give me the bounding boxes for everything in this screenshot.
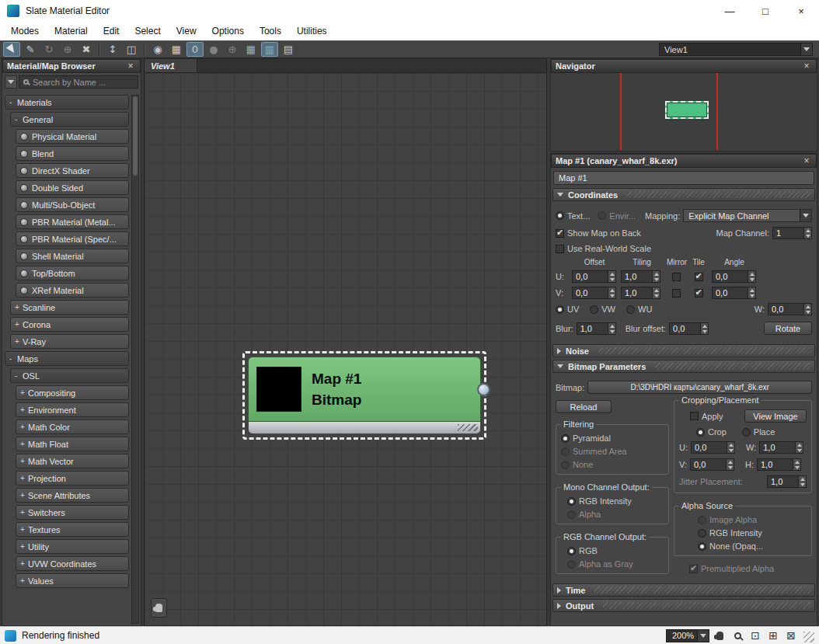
rgb-rgb-radio[interactable]: RGB bbox=[567, 546, 664, 555]
bitmap-path-button[interactable]: D:\3D\HDRI карты\canary_wharf_8k.exr bbox=[587, 381, 812, 394]
menu-item[interactable]: Options bbox=[204, 23, 252, 39]
crop-v-spinner[interactable]: 0,0 bbox=[690, 458, 734, 471]
mapping-dropdown[interactable]: Explicit Map Channel bbox=[683, 209, 812, 222]
alpha-image-alpha-radio[interactable]: Image Alpha bbox=[698, 515, 807, 524]
put-material-to-scene-button[interactable]: ↻ bbox=[40, 42, 58, 57]
use-real-world-checkbox[interactable]: Use Real-World Scale bbox=[556, 244, 651, 253]
expand-toggle-icon[interactable]: - bbox=[9, 98, 17, 106]
v-tile-checkbox[interactable] bbox=[695, 289, 703, 298]
material-id-channel-button[interactable]: 0 bbox=[186, 42, 204, 57]
spinner-arrows-icon[interactable] bbox=[803, 303, 812, 315]
browser-tree-item[interactable]: + UVW Coordinates bbox=[16, 556, 129, 571]
close-panel-icon[interactable]: × bbox=[801, 155, 812, 166]
menu-item[interactable]: Modes bbox=[3, 23, 47, 39]
spinner-arrows-icon[interactable] bbox=[726, 458, 734, 471]
hide-unused-slots-button[interactable]: ◫ bbox=[123, 42, 140, 57]
wu-radio[interactable]: WU bbox=[626, 305, 652, 314]
browser-tree-item[interactable]: + Scene Attributes bbox=[16, 488, 129, 503]
v-offset-spinner[interactable]: 0,0 bbox=[572, 287, 617, 299]
spinner-arrows-icon[interactable] bbox=[748, 270, 756, 283]
expand-toggle-icon[interactable]: - bbox=[15, 115, 23, 124]
browser-tree-item[interactable]: + Environment bbox=[16, 402, 129, 417]
zoom-tool-button[interactable] bbox=[730, 628, 745, 642]
apply-checkbox[interactable]: Apply bbox=[690, 412, 723, 421]
browser-tree-item[interactable]: + Values bbox=[16, 573, 129, 588]
mono-alpha-radio[interactable]: Alpha bbox=[567, 510, 664, 519]
browser-tree-item[interactable]: + Math Vector bbox=[16, 454, 129, 468]
browser-options-dropdown[interactable] bbox=[5, 75, 17, 89]
blur-spinner[interactable]: 1,0 bbox=[577, 322, 616, 335]
map-channel-spinner[interactable]: 1 bbox=[772, 227, 812, 239]
spinner-arrows-icon[interactable] bbox=[608, 270, 616, 283]
rollout-output[interactable]: Output bbox=[552, 599, 815, 612]
navigator-canvas[interactable] bbox=[552, 73, 816, 150]
maximize-button[interactable]: □ bbox=[748, 0, 783, 22]
spinner-arrows-icon[interactable] bbox=[803, 227, 812, 239]
zoom-extents-selected-button[interactable]: ⊠ bbox=[783, 628, 799, 642]
expand-toggle-icon[interactable]: + bbox=[20, 423, 28, 431]
node-canvas[interactable]: Map #1 Bitmap bbox=[144, 72, 547, 626]
browser-tree-item[interactable]: Top/Bottom bbox=[16, 266, 129, 280]
blur-offset-spinner[interactable]: 0,0 bbox=[669, 322, 709, 335]
crop-w-spinner[interactable]: 1,0 bbox=[759, 441, 803, 454]
browser-scrollbar-thumb[interactable] bbox=[133, 96, 138, 176]
v-mirror-checkbox[interactable] bbox=[672, 289, 681, 298]
assign-material-button[interactable]: ⊕ bbox=[59, 42, 76, 57]
browser-tree-item[interactable]: + Scanline bbox=[10, 300, 129, 315]
alpha-rgb-intensity-radio[interactable]: RGB Intensity bbox=[698, 528, 807, 538]
dropdown-arrow-icon[interactable] bbox=[800, 44, 812, 55]
spinner-arrows-icon[interactable] bbox=[652, 270, 660, 283]
dropdown-arrow-icon[interactable] bbox=[697, 630, 709, 642]
expand-toggle-icon[interactable]: + bbox=[20, 406, 28, 414]
close-button[interactable]: × bbox=[783, 0, 819, 22]
menu-item[interactable]: Edit bbox=[96, 23, 127, 39]
layout-selected-button[interactable]: ▤ bbox=[280, 42, 297, 57]
expand-toggle-icon[interactable]: - bbox=[15, 371, 23, 380]
v-tiling-spinner[interactable]: 1,0 bbox=[621, 287, 663, 299]
expand-toggle-icon[interactable]: + bbox=[20, 491, 28, 500]
map-name-field[interactable]: Map #1 bbox=[553, 171, 814, 185]
browser-tree-item[interactable]: + Math Float bbox=[16, 437, 129, 451]
expand-toggle-icon[interactable]: + bbox=[15, 320, 23, 329]
u-tiling-spinner[interactable]: 1,0 bbox=[621, 270, 663, 283]
search-input[interactable]: Search by Name ... bbox=[19, 75, 138, 89]
pan-tool-button[interactable] bbox=[712, 628, 727, 642]
close-panel-icon[interactable]: × bbox=[801, 61, 812, 71]
browser-scrollbar[interactable] bbox=[131, 95, 139, 624]
browser-tree-item[interactable]: Multi/Sub-Object bbox=[16, 197, 129, 212]
rotate-button[interactable]: Rotate bbox=[764, 322, 812, 335]
show-background-button[interactable]: ▦ bbox=[168, 42, 185, 57]
view-select-dropdown[interactable]: View1 bbox=[659, 43, 813, 56]
browser-tree-item[interactable]: Double Sided bbox=[16, 180, 129, 195]
browser-tree-item[interactable]: Physical Material bbox=[16, 129, 129, 144]
node-output-socket[interactable] bbox=[477, 383, 490, 396]
layout-children-button[interactable]: ▥ bbox=[261, 42, 278, 57]
zoom-level-dropdown[interactable]: 200% bbox=[666, 629, 709, 642]
spinner-arrows-icon[interactable] bbox=[793, 458, 801, 471]
expand-toggle-icon[interactable]: + bbox=[20, 576, 28, 585]
u-tile-checkbox[interactable] bbox=[695, 273, 703, 281]
expand-toggle-icon[interactable]: + bbox=[15, 303, 23, 312]
browser-tree-item[interactable]: DirectX Shader bbox=[16, 163, 129, 178]
move-children-button[interactable]: ↕ bbox=[104, 42, 121, 57]
expand-toggle-icon[interactable]: + bbox=[15, 337, 23, 346]
browser-tree-item[interactable]: Blend bbox=[16, 146, 129, 161]
layout-all-button[interactable]: ▦ bbox=[242, 42, 260, 57]
rollout-bitmap-parameters[interactable]: Bitmap Parameters bbox=[552, 360, 815, 373]
filtering-summed-area-radio[interactable]: Summed Area bbox=[561, 447, 664, 456]
rollout-coordinates[interactable]: Coordinates bbox=[552, 188, 815, 201]
menu-item[interactable]: View bbox=[169, 23, 204, 39]
vw-radio[interactable]: VW bbox=[590, 305, 615, 314]
rgb-alpha-as-gray-radio[interactable]: Alpha as Gray bbox=[567, 559, 664, 569]
uv-radio[interactable]: UV bbox=[556, 305, 579, 314]
show-map-on-back-checkbox[interactable]: Show Map on Back bbox=[556, 228, 641, 238]
browser-tree-item[interactable]: + Math Color bbox=[16, 419, 129, 434]
browser-tree-item[interactable]: + Compositing bbox=[16, 385, 129, 400]
pan-view-button[interactable] bbox=[151, 598, 167, 618]
minimize-button[interactable]: — bbox=[712, 0, 748, 22]
delete-selected-button[interactable]: ✖ bbox=[78, 42, 95, 57]
premultiplied-alpha-checkbox[interactable]: Premultiplied Alpha bbox=[689, 564, 812, 573]
rollout-noise[interactable]: Noise bbox=[552, 344, 815, 357]
select-tool-button[interactable] bbox=[3, 42, 20, 57]
place-radio[interactable]: Place bbox=[742, 427, 775, 437]
